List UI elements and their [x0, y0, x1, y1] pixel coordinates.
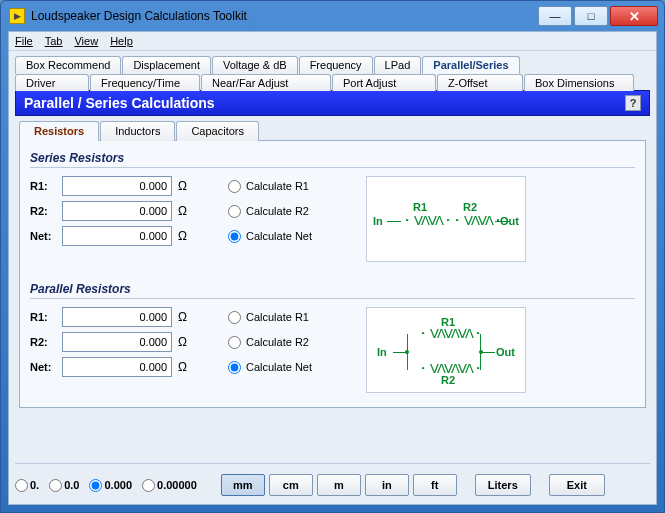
close-button[interactable]: ✕	[610, 6, 658, 26]
parallel-section: R1: Ω R2: Ω Net: Ω	[30, 307, 635, 393]
tab-z-offset[interactable]: Z-Offset	[437, 74, 523, 91]
diag-out-label: Out	[496, 346, 515, 358]
precision-1-radio[interactable]: 0.0	[49, 479, 79, 492]
resistor-icon: ᠊ᐯᐱᐯᐱᐯᐱ᠊	[417, 361, 485, 376]
unit-in-button[interactable]: in	[365, 474, 409, 496]
window-title: Loudspeaker Design Calculations Toolkit	[31, 9, 536, 23]
parallel-calc-net-radio[interactable]	[228, 361, 241, 374]
series-calc-net-label: Calculate Net	[246, 230, 312, 242]
tab-frequency-time[interactable]: Frequency/Time	[90, 74, 200, 91]
page-title: Parallel / Series Calculations	[24, 95, 215, 111]
parallel-calc-r2-label: Calculate R2	[246, 336, 309, 348]
ohm-unit: Ω	[178, 335, 192, 349]
series-title: Series Resistors	[30, 147, 635, 168]
tab-voltage-db[interactable]: Voltage & dB	[212, 56, 298, 74]
resistor-icon: ᠊ᐯᐱᐯᐱᐯᐱ᠊	[417, 326, 485, 341]
series-calc-r2-radio[interactable]	[228, 205, 241, 218]
app-icon: ▶	[9, 8, 25, 24]
tab-frequency[interactable]: Frequency	[299, 56, 373, 74]
series-calc-r1-label: Calculate R1	[246, 180, 309, 192]
content-panel: Series Resistors R1: Ω R2: Ω Net:	[19, 141, 646, 408]
tab-parallel-series[interactable]: Parallel/Series	[422, 56, 519, 74]
unit-liters-button[interactable]: Liters	[475, 474, 531, 496]
unit-mm-button[interactable]: mm	[221, 474, 265, 496]
titlebar[interactable]: ▶ Loudspeaker Design Calculations Toolki…	[1, 1, 664, 31]
client-area: File Tab View Help Box Recommend Displac…	[8, 31, 657, 505]
series-net-label: Net:	[30, 230, 56, 242]
tab-driver[interactable]: Driver	[15, 74, 89, 91]
ohm-unit: Ω	[178, 310, 192, 324]
bottom-toolbar: 0. 0.0 0.000 0.00000 mm cm m in ft Liter…	[15, 463, 650, 496]
page-title-banner: Parallel / Series Calculations ?	[15, 90, 650, 116]
parallel-r2-input[interactable]	[62, 332, 172, 352]
series-section: R1: Ω R2: Ω Net: Ω	[30, 176, 635, 262]
unit-cm-button[interactable]: cm	[269, 474, 313, 496]
resistor-icon: ᠊ᐯᐱᐯᐱ᠊	[401, 213, 455, 228]
ohm-unit: Ω	[178, 229, 192, 243]
menu-tab[interactable]: Tab	[45, 35, 63, 47]
parallel-calc-r1-radio[interactable]	[228, 311, 241, 324]
tab-port-adjust[interactable]: Port Adjust	[332, 74, 436, 91]
diag-in-label: In	[377, 346, 387, 358]
exit-button[interactable]: Exit	[549, 474, 605, 496]
diag-r1-label: R1	[413, 201, 427, 213]
subtab-inductors[interactable]: Inductors	[100, 121, 175, 141]
parallel-calc-r1-label: Calculate R1	[246, 311, 309, 323]
parallel-calc-net-label: Calculate Net	[246, 361, 312, 373]
series-calc-r2-label: Calculate R2	[246, 205, 309, 217]
parallel-r1-input[interactable]	[62, 307, 172, 327]
series-r1-label: R1:	[30, 180, 56, 192]
series-diagram: In Out R1 R2 ᠊ᐯᐱᐯᐱ᠊ ᠊ᐯᐱᐯᐱ᠊	[366, 176, 526, 262]
parallel-diagram: In Out R1 R2 ᠊ᐯᐱᐯᐱᐯᐱ᠊ ᠊ᐯᐱᐯᐱᐯᐱ᠊	[366, 307, 526, 393]
precision-3-radio[interactable]: 0.000	[89, 479, 132, 492]
menubar: File Tab View Help	[9, 32, 656, 51]
tab-lpad[interactable]: LPad	[374, 56, 422, 74]
precision-0-radio[interactable]: 0.	[15, 479, 39, 492]
series-calc-net-radio[interactable]	[228, 230, 241, 243]
series-r2-label: R2:	[30, 205, 56, 217]
subtab-capacitors[interactable]: Capacitors	[176, 121, 259, 141]
minimize-button[interactable]: —	[538, 6, 572, 26]
tab-box-recommend[interactable]: Box Recommend	[15, 56, 121, 74]
ohm-unit: Ω	[178, 360, 192, 374]
unit-m-button[interactable]: m	[317, 474, 361, 496]
parallel-title: Parallel Resistors	[30, 278, 635, 299]
series-net-input[interactable]	[62, 226, 172, 246]
menu-help[interactable]: Help	[110, 35, 133, 47]
app-window: ▶ Loudspeaker Design Calculations Toolki…	[0, 0, 665, 513]
tab-box-dimensions[interactable]: Box Dimensions	[524, 74, 634, 91]
ohm-unit: Ω	[178, 204, 192, 218]
series-r2-input[interactable]	[62, 201, 172, 221]
ohm-unit: Ω	[178, 179, 192, 193]
parallel-calc-r2-radio[interactable]	[228, 336, 241, 349]
parallel-net-label: Net:	[30, 361, 56, 373]
diag-r2-label: R2	[463, 201, 477, 213]
parallel-net-input[interactable]	[62, 357, 172, 377]
series-r1-input[interactable]	[62, 176, 172, 196]
tab-near-far-adjust[interactable]: Near/Far Adjust	[201, 74, 331, 91]
maximize-button[interactable]: □	[574, 6, 608, 26]
help-button[interactable]: ?	[625, 95, 641, 111]
diag-in-label: In	[373, 215, 383, 227]
parallel-r2-label: R2:	[30, 336, 56, 348]
tool-tabs: Box Recommend Displacement Voltage & dB …	[9, 51, 656, 90]
tab-displacement[interactable]: Displacement	[122, 56, 211, 74]
menu-file[interactable]: File	[15, 35, 33, 47]
unit-ft-button[interactable]: ft	[413, 474, 457, 496]
menu-view[interactable]: View	[74, 35, 98, 47]
precision-5-radio[interactable]: 0.00000	[142, 479, 197, 492]
parallel-r1-label: R1:	[30, 311, 56, 323]
series-calc-r1-radio[interactable]	[228, 180, 241, 193]
sub-tabs: Resistors Inductors Capacitors	[19, 120, 646, 141]
subtab-resistors[interactable]: Resistors	[19, 121, 99, 141]
